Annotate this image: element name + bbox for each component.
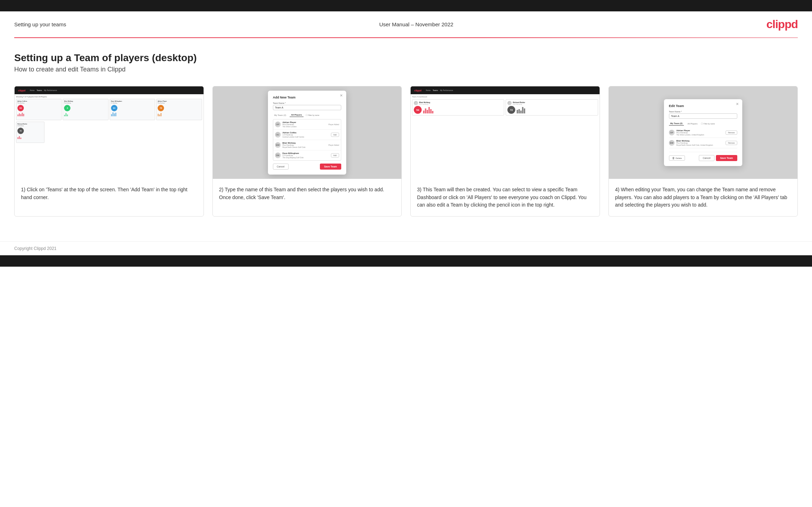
players-grid-mini: Adrian Collins Plus Handicap 84 [16, 99, 202, 120]
nav-link-perf: My Performance [44, 89, 57, 91]
avatar-1: AP [275, 122, 281, 127]
player-list-2: AP Adrian Player Plus Handicap The Shire… [273, 119, 341, 161]
score-4: 78 [158, 105, 164, 111]
player-added-3: Player Added [328, 144, 339, 146]
screen1-content: Showing 4 of 4 players from All Players … [15, 94, 204, 144]
tdp-bars-1 [423, 106, 433, 113]
tdp-card-1: Blair McHarg Plus Handicap 94 [412, 99, 504, 116]
player-info-2: Adrian Coliba 1.5 Handicap Central Londo… [283, 132, 329, 138]
mini-player-1: Adrian Collins Plus Handicap 84 [16, 99, 62, 120]
mock-nav-links-1: Home Teams My Performance [30, 89, 57, 91]
mock-nav-3: clippd Home Teams My Performance [411, 86, 600, 94]
tab-all-players-4[interactable]: All Players [686, 122, 699, 126]
mock-nav-links-3: Home Teams My Performance [426, 89, 453, 91]
add-team-dialog: Add New Team ✕ Team Name * Team A My Tea… [268, 91, 346, 175]
score-2: 0 [64, 105, 70, 111]
mini-bars-5 [17, 135, 43, 139]
player-row-4: DB Dave Billingham 3.5 Handicap The Dog … [273, 150, 341, 160]
tab-my-team-4[interactable]: My Team (2) [669, 122, 684, 126]
cards-grid: clippd Home Teams My Performance Showing… [14, 86, 798, 217]
player-info-4: Dave Billingham 3.5 Handicap The Dog Map… [283, 152, 329, 159]
edit-team-name-label: Team Name * [669, 111, 737, 113]
edit-dialog-title: Edit Team [669, 104, 737, 108]
nav-link-perf-3: My Performance [440, 89, 453, 91]
delete-button-4[interactable]: 🗑 Delete [669, 155, 685, 161]
save-team-button-2[interactable]: Save Team [320, 164, 341, 170]
mock-logo-3: clippd [414, 89, 422, 92]
tdp-bars-2 [517, 106, 525, 113]
save-team-button-4[interactable]: Save Team [716, 155, 737, 161]
card-1-screenshot: clippd Home Teams My Performance Showing… [15, 86, 204, 179]
player-row-1: AP Adrian Player Plus Handicap The Shire… [273, 119, 341, 130]
mini-bars-1 [17, 112, 60, 116]
edit-footer-btns: Cancel Save Team [699, 155, 737, 161]
card-2-text: 2) Type the name of this Team and then s… [213, 179, 402, 216]
nav-link-teams-3: Teams [433, 89, 438, 91]
add-player-btn-2[interactable]: Add [331, 133, 339, 137]
logo: clippd [766, 18, 798, 31]
nav-link-teams: Teams [37, 89, 42, 91]
team-name-input[interactable]: Team A [273, 105, 341, 110]
avatar-2: AC [275, 132, 281, 138]
mini-bars-2 [64, 112, 107, 116]
card-4-text: 4) When editing your Team, you can chang… [609, 179, 798, 216]
tab-all-players-2[interactable]: All Players [290, 113, 304, 117]
dialog-title-2: Add New Team [273, 96, 341, 99]
team-dashboard-players: Blair McHarg Plus Handicap 94 [412, 99, 598, 116]
add-player-btn-4[interactable]: Add [331, 153, 339, 158]
edit-dialog-overlay: Edit Team ✕ Team Name * Team A My Team (… [609, 86, 798, 179]
tab-my-team-2[interactable]: My Team (2) [273, 113, 288, 117]
player-info-3: Blair McHarg Plus Handicap Royal North D… [283, 142, 327, 148]
avatar-4: DB [275, 153, 281, 158]
player-added-1: Player Added [328, 123, 339, 126]
cancel-button-2[interactable]: Cancel [273, 164, 289, 170]
dialog-overlay-2: Add New Team ✕ Team Name * Team A My Tea… [213, 86, 402, 179]
remove-player-btn-1[interactable]: Remove [726, 130, 737, 135]
team-name-label: Team Name * [273, 102, 341, 104]
card-2-screenshot: Add New Team ✕ Team Name * Team A My Tea… [213, 86, 402, 179]
mini-player-2: Blair McHarg Plus Handicap 0 [63, 99, 108, 120]
edit-player-info-1: Adrian Player Plus Handicap The Shire Lo… [676, 129, 724, 136]
mini-player-4: Adrian Player Plus Handicap 78 [156, 99, 202, 120]
card-3-screenshot: clippd Home Teams My Performance Team A … [411, 86, 600, 179]
edit-player-info-2: Blair McHarg Plus Handicap Royal North D… [676, 140, 724, 146]
card-3-text: 3) This Team will then be created. You c… [411, 179, 600, 216]
nav-link-home-3: Home [426, 89, 431, 91]
close-icon-4[interactable]: ✕ [736, 102, 739, 106]
card-1: clippd Home Teams My Performance Showing… [14, 86, 204, 217]
tdp-avatar-1 [414, 101, 418, 105]
card-2: Add New Team ✕ Team Name * Team A My Tea… [212, 86, 402, 217]
tdp-score-1: 94 [414, 106, 422, 114]
screen3-subtitle: Team A Dashboard [412, 96, 598, 98]
card-2-mockscreen: Add New Team ✕ Team Name * Team A My Tea… [213, 86, 402, 179]
screen1-extra: Richard Butler 3.5 Handicap 72 [16, 122, 202, 143]
edit-team-name-input[interactable]: Team A [669, 113, 737, 119]
edit-team-dialog: Edit Team ✕ Team Name * Team A My Team (… [664, 99, 742, 166]
cancel-button-4[interactable]: Cancel [699, 155, 715, 161]
bottom-bar [0, 255, 812, 267]
edit-footer: 🗑 Delete Cancel Save Team [669, 152, 737, 161]
mock-logo-1: clippd [18, 89, 26, 92]
score-3: 94 [111, 105, 117, 111]
filter-label-2: ☐ Filter by name [306, 114, 320, 116]
card-3: clippd Home Teams My Performance Team A … [410, 86, 600, 217]
close-icon-2[interactable]: ✕ [340, 94, 343, 97]
screen3-content: Team A Dashboard Blair McHarg Plus Handi… [411, 94, 600, 117]
trash-icon: 🗑 [672, 157, 675, 159]
dialog-tabs-2: My Team (2) All Players ☐ Filter by name [273, 113, 341, 117]
remove-player-btn-2[interactable]: Remove [726, 141, 737, 145]
dialog-footer-2: Cancel Save Team [273, 164, 341, 170]
edit-avatar-2: BM [669, 140, 675, 146]
edit-player-list: AP Adrian Player Plus Handicap The Shire… [669, 128, 737, 148]
tdp-avatar-2 [507, 101, 512, 105]
top-bar [0, 0, 812, 11]
page-title: Setting up a Team of players (desktop) [14, 52, 798, 64]
header-manual: User Manual – November 2022 [379, 21, 453, 27]
mock-nav-1: clippd Home Teams My Performance [15, 86, 204, 94]
player-row-3: BM Blair McHarg Plus Handicap Royal Nort… [273, 140, 341, 150]
filter-label-4: ☐ Filter by name [701, 122, 715, 125]
copyright-text: Copyright Clippd 2021 [14, 246, 57, 251]
edit-player-row-2: BM Blair McHarg Plus Handicap Royal Nort… [669, 138, 737, 148]
tdp-card-2: Richard Butler Plus Handicap 72 [506, 99, 598, 116]
edit-player-row-1: AP Adrian Player Plus Handicap The Shire… [669, 128, 737, 138]
